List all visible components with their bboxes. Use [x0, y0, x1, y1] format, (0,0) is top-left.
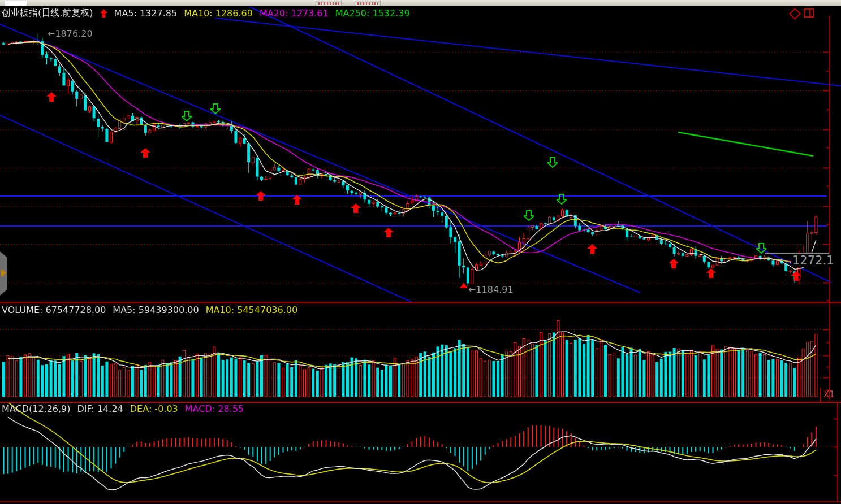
macd-readout: MACD: 28.55: [185, 403, 244, 414]
volume-ma5-readout: MA5: 59439300.00: [113, 305, 199, 315]
buy-signal-arrow: [46, 92, 57, 104]
buy-signal-arrow: [140, 148, 150, 160]
sell-signal-arrow: [756, 243, 766, 256]
chart-canvas[interactable]: [0, 0, 841, 504]
macd-panel-header: MACD(12,26,9) DIF: 14.24 DEA: -0.03 MACD…: [2, 403, 244, 414]
dif-readout: DIF: 14.24: [77, 403, 123, 414]
expand-arrow-icon: [1, 269, 6, 277]
price-level-line: [765, 253, 829, 254]
buy-signal-arrow: [587, 244, 597, 256]
sell-signal-arrow: [182, 111, 192, 124]
sell-signal-arrow: [547, 157, 558, 170]
buy-signal-arrow: [351, 203, 361, 215]
window-icon-divider: [809, 10, 810, 16]
volume-panel-header: VOLUME: 67547728.00 MA5: 59439300.00 MA1…: [2, 305, 297, 315]
sell-signal-arrow: [210, 103, 221, 116]
low-point-marker: [460, 283, 468, 288]
volume-readout: VOLUME: 67547728.00: [2, 305, 106, 315]
ma250-readout: MA250: 1532.39: [335, 8, 410, 19]
buy-signal-arrow: [383, 228, 394, 240]
dea-readout: DEA: -0.03: [130, 403, 178, 414]
main-chart-header: 创业板指(日线.前复权) MA5: 1327.85 MA10: 1286.69 …: [2, 7, 410, 19]
volume-ma10-readout: MA10: 54547036.00: [206, 305, 297, 315]
up-arrow-icon: [100, 9, 107, 18]
split-window-icon[interactable]: [804, 8, 814, 18]
chart-application-window: 创业板指(日线.前复权) MA5: 1327.85 MA10: 1286.69 …: [0, 0, 841, 504]
sell-signal-arrow: [524, 210, 534, 223]
sidebar-flyout-handle[interactable]: [0, 251, 7, 296]
buy-signal-arrow: [256, 191, 266, 203]
ma10-readout: MA10: 1286.69: [184, 8, 253, 19]
buy-signal-arrow: [706, 268, 716, 280]
buy-signal-arrow: [669, 259, 679, 271]
buy-signal-arrow: [292, 195, 302, 207]
buy-signal-arrow: [791, 271, 801, 283]
ma20-readout: MA20: 1273.61: [260, 8, 329, 19]
sell-signal-arrow: [557, 194, 567, 207]
macd-name: MACD(12,26,9): [2, 403, 71, 414]
ma5-readout: MA5: 1327.85: [114, 8, 178, 19]
instrument-title: 创业板指(日线.前复权): [2, 7, 93, 19]
